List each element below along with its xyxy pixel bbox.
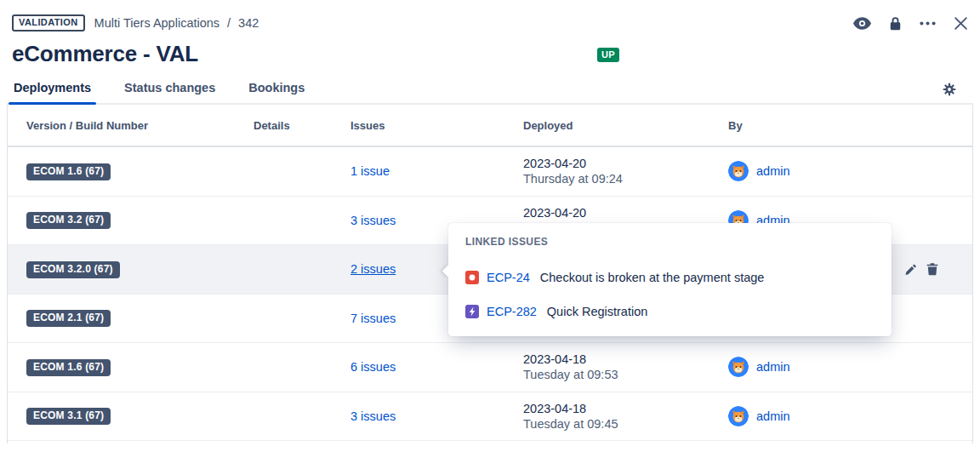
breadcrumb-item-id: 342: [238, 16, 259, 30]
user-avatar: [728, 357, 749, 377]
user-avatar: [728, 161, 749, 181]
column-header-version: Version / Build Number: [26, 119, 254, 132]
issues-count-link[interactable]: 3 issues: [350, 409, 396, 423]
issue-summary: Checkout is broken at the payment stage: [540, 271, 765, 284]
linked-issues-popup: LINKED ISSUES ECP-24 Checkout is broken …: [448, 223, 892, 336]
table-row: ECOM 3.1 (67) 3 issues 2023-04-18 Tuesda…: [8, 392, 972, 442]
environment-badge: VALIDATION: [12, 14, 85, 31]
breadcrumb: Multi Tiers Applications / 342: [94, 16, 259, 30]
deployed-date-detail: Thursday at 09:24: [523, 171, 728, 186]
issue-key-link[interactable]: ECP-282: [487, 305, 537, 318]
user-link[interactable]: admin: [756, 360, 790, 374]
column-header-by: By: [728, 119, 959, 132]
popup-title: LINKED ISSUES: [465, 236, 876, 248]
edit-pencil-icon[interactable]: [905, 263, 917, 275]
column-header-issues: Issues: [350, 119, 523, 132]
version-badge: ECOM 2.1 (67): [26, 310, 111, 327]
version-badge: ECOM 3.2.0 (67): [26, 261, 120, 278]
epic-bolt-icon: [465, 305, 479, 318]
page-title: eCommerce - VAL: [12, 41, 968, 67]
issues-count-link[interactable]: 6 issues: [350, 360, 396, 374]
top-bar: VALIDATION Multi Tiers Applications / 34…: [0, 0, 980, 32]
table-row: ECOM 1.6 (67) 1 issue 2023-04-20 Thursda…: [8, 147, 972, 197]
tab-bar: Deployments Status changes Bookings: [7, 80, 973, 105]
linked-issue-item: ECP-24 Checkout is broken at the payment…: [465, 268, 876, 287]
issues-count-link[interactable]: 3 issues: [350, 214, 396, 227]
bug-icon: [465, 271, 479, 284]
delete-trash-icon[interactable]: [926, 263, 938, 276]
column-header-details: Details: [254, 119, 350, 132]
more-ellipsis-icon[interactable]: [920, 21, 936, 26]
version-badge: ECOM 3.1 (67): [26, 408, 111, 425]
issues-count-link[interactable]: 7 issues: [350, 312, 396, 325]
issues-count-link[interactable]: 2 issues: [350, 262, 396, 276]
version-badge: ECOM 1.6 (67): [26, 359, 111, 376]
lock-icon[interactable]: [889, 16, 902, 31]
version-badge: ECOM 3.2 (67): [26, 212, 111, 229]
tab-deployments[interactable]: Deployments: [9, 81, 96, 103]
table-row: ECOM 1.6 (67) 6 issues 2023-04-18 Tuesda…: [8, 343, 972, 392]
deployed-date-detail: Tuesday at 09:53: [523, 367, 728, 382]
issues-count-link[interactable]: 1 issue: [350, 164, 390, 178]
deployed-date: 2023-04-18: [523, 352, 728, 367]
close-icon[interactable]: [954, 16, 968, 31]
user-avatar: [728, 406, 749, 426]
breadcrumb-separator: /: [227, 16, 231, 30]
issue-summary: Quick Registration: [547, 305, 647, 318]
linked-issue-item: ECP-282 Quick Registration: [465, 302, 876, 321]
deployed-date: 2023-04-20: [523, 156, 728, 171]
issue-key-link[interactable]: ECP-24: [487, 271, 530, 284]
user-link[interactable]: admin: [756, 164, 790, 178]
version-badge: ECOM 1.6 (67): [26, 163, 111, 180]
user-link[interactable]: admin: [756, 409, 790, 423]
deployed-date: 2023-04-20: [523, 205, 728, 220]
deployed-date-detail: Tuesday at 09:45: [523, 416, 728, 432]
column-header-deployed: Deployed: [523, 119, 728, 132]
tab-status-changes[interactable]: Status changes: [119, 81, 220, 103]
tab-bookings[interactable]: Bookings: [243, 81, 310, 103]
watch-eye-icon[interactable]: [853, 17, 871, 30]
status-up-badge: UP: [597, 48, 619, 62]
breadcrumb-application-link[interactable]: Multi Tiers Applications: [94, 16, 219, 30]
deployed-date: 2023-04-18: [523, 401, 728, 416]
settings-gear-icon[interactable]: [943, 83, 973, 103]
table-header-row: Version / Build Number Details Issues De…: [8, 105, 972, 147]
